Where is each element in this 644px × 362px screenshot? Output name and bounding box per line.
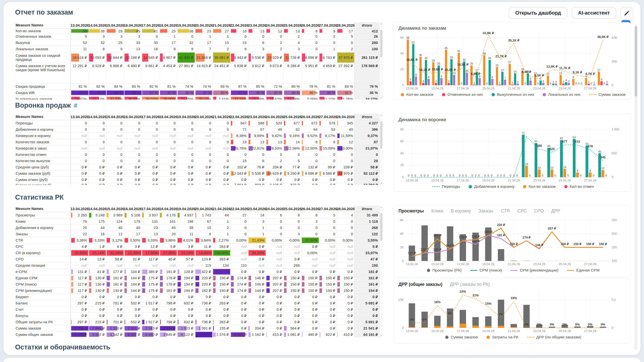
column-header[interactable]: 25.04.2026 xyxy=(284,114,301,120)
table-scrollbar[interactable]: ▲▼ xyxy=(379,206,383,337)
row-label[interactable]: Клики xyxy=(15,218,71,224)
row-label[interactable]: Просмотры xyxy=(15,212,71,218)
row-label[interactable]: Конверсия в заказ xyxy=(15,145,71,151)
row-label[interactable]: Сумма общих заказов xyxy=(15,332,71,337)
row-label[interactable]: Конверсия в корзину xyxy=(15,133,71,139)
row-label[interactable]: Сумма заказов xyxy=(15,325,71,331)
column-header[interactable]: 28.04.2026 xyxy=(337,22,355,28)
row-label[interactable]: Переходы xyxy=(15,120,71,126)
column-header[interactable]: 25.04.2026 xyxy=(284,206,301,212)
column-header[interactable]: 28.04.2026 xyxy=(337,206,355,212)
column-header[interactable]: 24.04.2026 xyxy=(266,114,284,120)
legend-item[interactable]: Кол-во отмен xyxy=(564,184,594,189)
column-header[interactable]: 14.04.2026 xyxy=(89,22,106,28)
row-label[interactable]: Локальных заказов xyxy=(15,46,71,52)
legend-item[interactable]: CPM (рекомендации) xyxy=(510,268,558,273)
column-header[interactable]: 26.04.2026 xyxy=(301,206,319,212)
row-label[interactable]: Скидка WB xyxy=(15,90,71,96)
row-label[interactable]: Отмененных заказов xyxy=(15,33,71,39)
column-header[interactable]: 26.04.2026 xyxy=(301,114,319,120)
row-label[interactable]: Заказы xyxy=(15,231,71,237)
row-label[interactable]: CPC xyxy=(15,244,71,250)
edit-button[interactable] xyxy=(620,7,633,20)
column-header[interactable]: 21.04.2026 xyxy=(213,22,230,28)
column-header[interactable]: Итого xyxy=(354,206,379,212)
chart-tab[interactable]: CPO xyxy=(534,208,544,214)
column-header[interactable]: Итого xyxy=(354,114,379,120)
column-header[interactable]: 28.04.2026 xyxy=(337,114,355,120)
scroll-down-icon[interactable]: ▼ xyxy=(380,97,382,99)
scroll-up-icon[interactable]: ▲ xyxy=(380,23,382,25)
column-header[interactable]: 15.04.2026 xyxy=(106,114,124,120)
column-header[interactable]: 18.04.2026 xyxy=(159,114,177,120)
column-header[interactable]: 14.04.2026 xyxy=(89,206,106,212)
row-label[interactable]: % локальных заказов xyxy=(15,96,71,100)
table-scroll-thumb[interactable] xyxy=(380,121,382,149)
row-label[interactable]: Бюджет xyxy=(15,294,71,300)
legend-item[interactable]: Кол-во заказов xyxy=(523,184,556,189)
column-header[interactable]: 24.04.2026 xyxy=(266,206,284,212)
legend-item[interactable]: CPM (поиск) xyxy=(470,268,502,273)
column-header[interactable]: Measure Names xyxy=(15,206,71,212)
row-label[interactable]: Добавления в корзину xyxy=(15,225,71,231)
row-label[interactable]: Скидка продавца xyxy=(15,83,71,89)
table-scrollbar[interactable]: ▲▼ xyxy=(379,114,383,185)
row-label[interactable]: Средняя цена (руб) xyxy=(15,164,71,170)
column-header[interactable]: 15.04.2026 xyxy=(106,22,124,28)
page-scrollbar[interactable] xyxy=(634,24,637,350)
column-header[interactable]: 20.04.2026 xyxy=(195,206,213,212)
legend-item[interactable]: Отмененных из них xyxy=(442,92,483,97)
chart-tab[interactable]: CPC xyxy=(517,208,527,214)
ai-assistant-button[interactable]: AI-ассистент xyxy=(572,7,616,19)
row-label[interactable]: Бонусы xyxy=(15,313,71,319)
table-scroll-thumb[interactable] xyxy=(380,213,382,241)
column-header[interactable]: 17.04.2026 xyxy=(142,114,159,120)
legend-item[interactable]: Кол-во заказов xyxy=(401,92,433,97)
chart-tab[interactable]: ДРР (заказы по РК) xyxy=(450,282,490,287)
column-header[interactable]: 27.04.2026 xyxy=(319,206,337,212)
scroll-down-icon[interactable]: ▼ xyxy=(380,335,382,337)
column-header[interactable]: 13.04.2026 xyxy=(71,206,89,212)
column-header[interactable]: 22.04.2026 xyxy=(230,22,248,28)
column-header[interactable]: 24.04.2026 xyxy=(266,22,284,28)
column-header[interactable]: 16.04.2026 xyxy=(124,114,142,120)
chart-tab[interactable]: В корзину xyxy=(451,208,471,214)
chart-tab[interactable]: Клики xyxy=(431,208,444,214)
column-header[interactable]: 18.04.2026 xyxy=(159,206,177,212)
row-label[interactable]: Количество заказов xyxy=(15,139,71,145)
column-header[interactable]: Measure Names xyxy=(15,114,71,120)
row-label[interactable]: Сумма выкупов (руб) xyxy=(15,183,71,185)
legend-item[interactable]: ДРР (по общим заказам) xyxy=(527,335,581,339)
row-label[interactable]: Добавления в корзину xyxy=(15,126,71,132)
chart-tab[interactable]: Заказы xyxy=(478,208,493,214)
column-header[interactable]: 14.04.2026 xyxy=(89,114,106,120)
column-header[interactable]: 19.04.2026 xyxy=(177,22,195,28)
funnel-hash-link[interactable]: # xyxy=(74,102,77,109)
column-header[interactable]: 13.04.2026 xyxy=(71,22,89,28)
column-header[interactable]: 13.04.2026 xyxy=(71,114,89,120)
column-header[interactable]: Measure Names xyxy=(15,22,71,28)
scroll-up-icon[interactable]: ▲ xyxy=(380,114,382,116)
column-header[interactable]: 16.04.2026 xyxy=(124,206,142,212)
column-header[interactable]: 19.04.2026 xyxy=(177,206,195,212)
column-header[interactable]: 23.04.2026 xyxy=(248,22,266,28)
row-label[interactable]: Средняя позиция xyxy=(15,262,71,268)
chart-tab[interactable]: ДРР xyxy=(551,208,560,214)
row-label[interactable]: Сумма заказов (руб) xyxy=(15,170,71,176)
chart-tab[interactable]: CTR xyxy=(501,208,510,214)
column-header[interactable]: 20.04.2026 xyxy=(195,22,213,28)
legend-item[interactable]: Единая CPM xyxy=(567,268,599,273)
legend-item[interactable]: Сумма заказов xyxy=(445,335,478,339)
row-label[interactable]: Выкупов xyxy=(15,40,71,46)
column-header[interactable]: 22.04.2026 xyxy=(230,114,248,120)
column-header[interactable]: 23.04.2026 xyxy=(248,114,266,120)
column-header[interactable]: 21.04.2026 xyxy=(213,114,230,120)
row-label[interactable]: e-CPM xyxy=(15,269,71,275)
column-header[interactable]: 22.04.2026 xyxy=(230,206,248,212)
row-label[interactable]: Единая CPM xyxy=(15,275,71,281)
column-header[interactable]: 27.04.2026 xyxy=(319,114,337,120)
row-label[interactable]: Количество выкупов xyxy=(15,158,71,164)
row-label[interactable]: Сумма отмен (руб) xyxy=(15,177,71,183)
scroll-up-icon[interactable]: ▲ xyxy=(380,206,382,208)
legend-item[interactable]: Переходы xyxy=(432,184,460,189)
